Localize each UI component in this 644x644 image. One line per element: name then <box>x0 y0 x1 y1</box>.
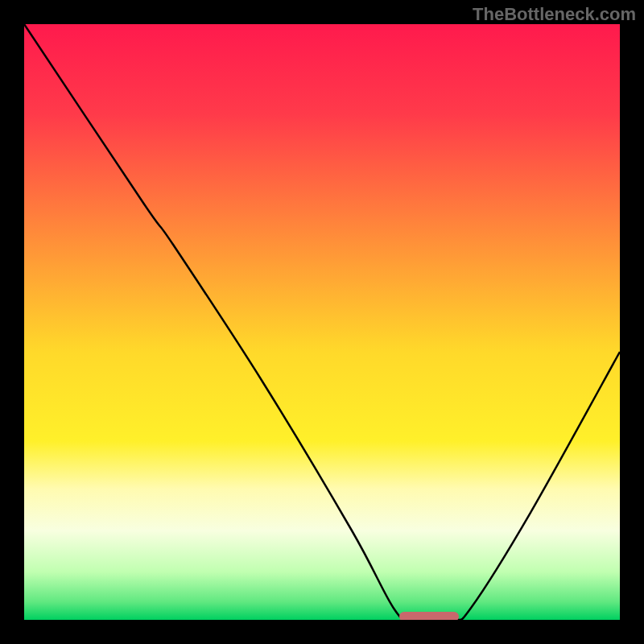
watermark-text: TheBottleneck.com <box>473 4 636 25</box>
plot-area <box>24 24 620 620</box>
bottleneck-curve <box>24 24 620 620</box>
chart-container: TheBottleneck.com <box>0 0 644 644</box>
optimal-range-marker <box>399 612 459 620</box>
